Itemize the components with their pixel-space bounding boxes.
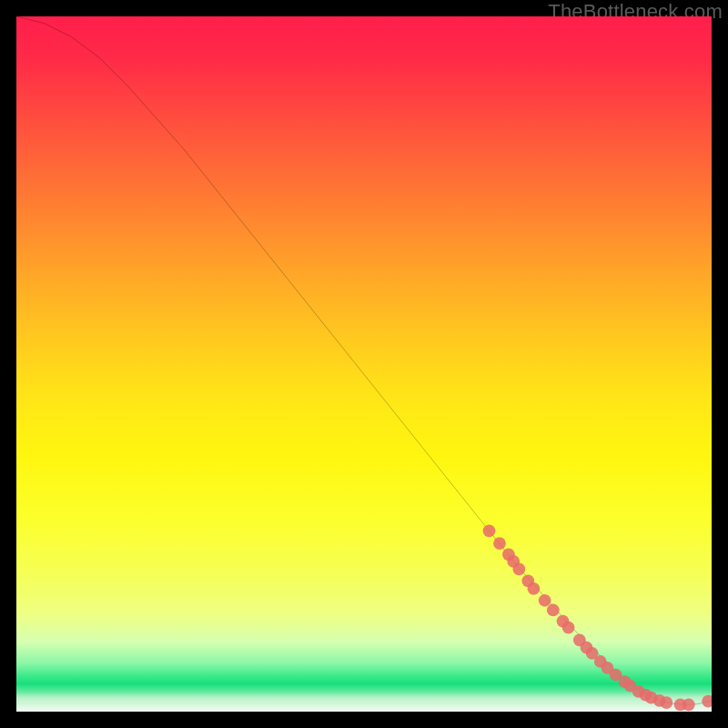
highlight-point [682, 698, 695, 711]
highlight-point [483, 524, 496, 537]
highlight-point [528, 582, 541, 595]
chart-frame: TheBottleneck.com [0, 0, 728, 728]
highlight-point [562, 622, 575, 634]
highlight-point [660, 696, 672, 709]
chart-svg [16, 16, 712, 712]
highlight-point [547, 604, 560, 617]
highlight-points-group [483, 524, 712, 711]
highlight-point [539, 594, 551, 607]
highlight-point [512, 563, 525, 576]
highlight-point [493, 537, 506, 550]
highlight-point [702, 695, 712, 708]
curve-line [16, 16, 712, 704]
plot-area [16, 16, 712, 712]
